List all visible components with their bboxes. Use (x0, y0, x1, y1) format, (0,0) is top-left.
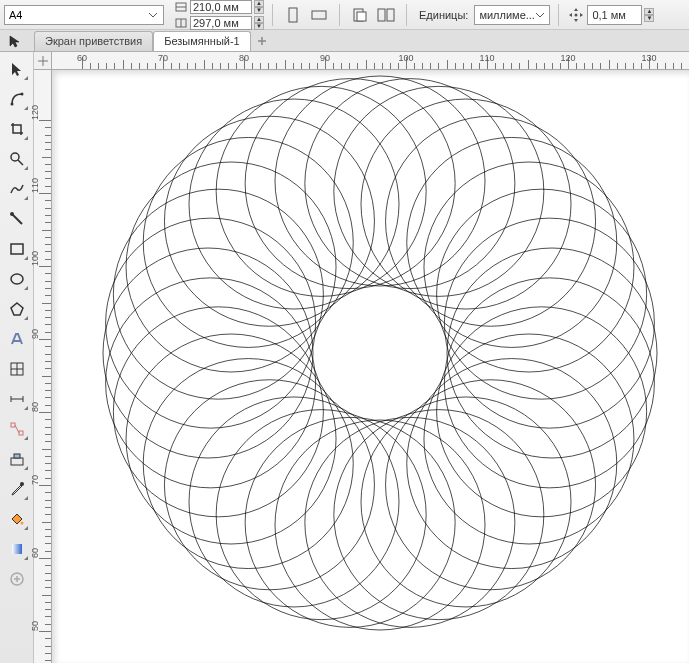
svg-point-58 (275, 76, 485, 286)
polygon-tool[interactable] (4, 296, 30, 322)
svg-point-31 (447, 248, 657, 458)
svg-point-40 (275, 420, 485, 630)
ruler-tick-label: 60 (30, 548, 40, 558)
svg-point-61 (361, 99, 571, 309)
page-height-field[interactable]: 297,0 мм (190, 16, 252, 30)
ruler-tick-label: 80 (239, 53, 249, 63)
connector-tool[interactable] (4, 416, 30, 442)
chevron-down-icon[interactable] (148, 6, 159, 24)
nudge-field[interactable]: 0,1 мм (587, 5, 642, 25)
table-tool-icon (9, 361, 25, 377)
fill-tool-icon (9, 511, 25, 527)
ruler-tick-label: 120 (30, 105, 40, 120)
crosshair-icon (38, 56, 48, 66)
eyedropper-tool[interactable] (4, 476, 30, 502)
svg-line-24 (15, 425, 19, 433)
landscape-button[interactable] (307, 4, 331, 26)
ruler-origin[interactable] (34, 52, 52, 70)
svg-rect-9 (387, 9, 394, 21)
ruler-tick-label: 100 (30, 251, 40, 266)
ruler-tick-label: 60 (77, 53, 87, 63)
crop-tool-icon (9, 121, 25, 137)
svg-rect-8 (378, 9, 385, 21)
single-page-button[interactable] (348, 4, 372, 26)
effects-tool[interactable] (4, 446, 30, 472)
nudge-value: 0,1 мм (592, 9, 625, 21)
artistic-media[interactable] (4, 206, 30, 232)
shape-tool[interactable] (4, 86, 30, 112)
svg-point-34 (424, 334, 634, 544)
freehand-tool[interactable] (4, 176, 30, 202)
units-combo[interactable]: миллиме... (474, 5, 550, 25)
text-tool-icon (9, 331, 25, 347)
svg-point-10 (575, 13, 578, 16)
multi-page-button[interactable] (374, 4, 398, 26)
page-width-field[interactable]: 210,0 мм (190, 0, 252, 14)
text-tool[interactable] (4, 326, 30, 352)
dimension-tool[interactable] (4, 386, 30, 412)
horizontal-ruler[interactable]: 60708090100110120130 (52, 52, 689, 70)
page-dimensions: 210,0 мм ▲▼ 297,0 мм ▲▼ (174, 0, 264, 30)
ruler-tick-label: 130 (641, 53, 656, 63)
svg-rect-23 (19, 431, 23, 435)
svg-point-39 (305, 417, 515, 627)
ruler-tick-label: 80 (30, 402, 40, 412)
nudge-spinner[interactable]: ▲▼ (644, 8, 654, 22)
table-tool[interactable] (4, 356, 30, 382)
paper-size-combo[interactable] (4, 5, 164, 25)
vertical-ruler[interactable]: 1201101009080706050130 (34, 70, 52, 663)
separator (272, 4, 273, 26)
tab-label: Безымянный-1 (164, 35, 240, 47)
paper-size-value[interactable] (9, 9, 148, 21)
svg-point-27 (20, 482, 24, 486)
height-spinner[interactable]: ▲▼ (254, 16, 264, 30)
tab-welcome[interactable]: Экран приветствия (34, 31, 153, 51)
crop-tool[interactable] (4, 116, 30, 142)
landscape-icon (311, 8, 327, 22)
ruler-tick-label: 90 (320, 53, 330, 63)
plus-icon (257, 36, 267, 46)
expand-tool[interactable] (4, 566, 30, 592)
pick-tool[interactable] (4, 56, 30, 82)
svg-point-28 (20, 522, 23, 525)
expand-tool-icon (9, 571, 25, 587)
ruler-tick-label: 90 (30, 329, 40, 339)
svg-rect-16 (11, 244, 23, 254)
effects-tool-icon (9, 451, 25, 467)
svg-point-66 (444, 218, 654, 428)
flyout-indicator-icon (24, 196, 28, 200)
spirograph-drawing[interactable] (52, 70, 689, 663)
zoom-tool[interactable] (4, 146, 30, 172)
ellipse-tool[interactable] (4, 266, 30, 292)
nudge-icon (567, 8, 585, 22)
fill-tool[interactable] (4, 506, 30, 532)
eyedropper-tool-icon (9, 481, 25, 497)
property-bar: 210,0 мм ▲▼ 297,0 мм ▲▼ Единицы: миллиме… (0, 0, 689, 30)
svg-point-37 (361, 397, 571, 607)
chevron-down-icon[interactable] (535, 6, 545, 24)
units-value: миллиме... (479, 9, 535, 21)
svg-point-13 (11, 153, 19, 161)
tab-document-1[interactable]: Безымянный-1 (153, 31, 251, 51)
svg-point-12 (20, 93, 23, 96)
svg-point-57 (245, 79, 455, 289)
artistic-media-icon (9, 211, 25, 227)
canvas[interactable] (52, 70, 689, 663)
pick-cursor-icon[interactable] (6, 32, 24, 50)
separator (406, 4, 407, 26)
svg-rect-25 (11, 458, 23, 465)
separator (558, 4, 559, 26)
flyout-indicator-icon (24, 166, 28, 170)
flyout-indicator-icon (24, 136, 28, 140)
svg-point-59 (305, 79, 515, 289)
new-tab-button[interactable] (253, 32, 271, 50)
svg-point-50 (106, 218, 316, 428)
flyout-indicator-icon (24, 556, 28, 560)
interactive-fill[interactable] (4, 536, 30, 562)
svg-point-46 (126, 334, 336, 544)
rectangle-tool-icon (9, 241, 25, 257)
width-spinner[interactable]: ▲▼ (254, 0, 264, 14)
canvas-area: 60708090100110120130 1201101009080706050… (34, 52, 689, 663)
portrait-button[interactable] (281, 4, 305, 26)
rectangle-tool[interactable] (4, 236, 30, 262)
